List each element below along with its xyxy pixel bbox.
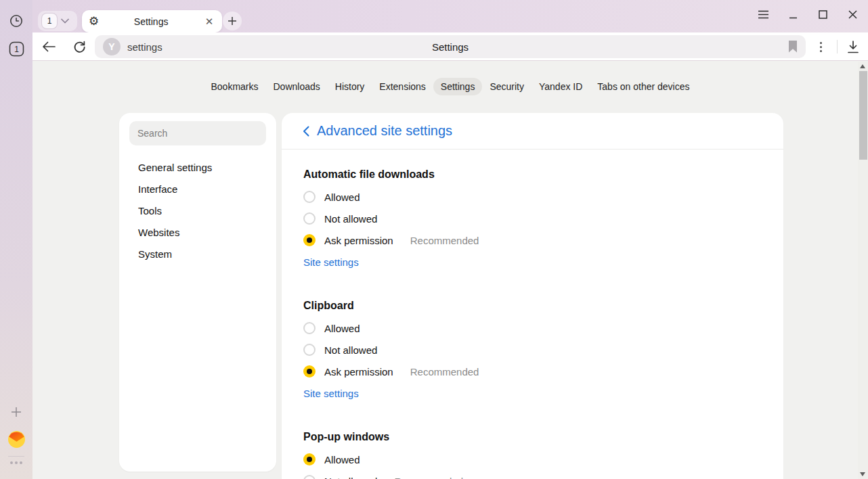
chevron-down-icon[interactable] bbox=[61, 18, 69, 24]
tab-close-icon[interactable]: ✕ bbox=[203, 16, 215, 28]
sidebar-item-tools[interactable]: Tools bbox=[119, 200, 276, 221]
search-input[interactable] bbox=[129, 121, 266, 145]
omnibox-page-title: Settings bbox=[95, 41, 806, 53]
nav-tab-security[interactable]: Security bbox=[482, 78, 531, 95]
tab-title: Settings bbox=[99, 16, 203, 27]
yandex-mail-icon[interactable] bbox=[0, 431, 32, 448]
page-title: Advanced site settings bbox=[317, 123, 452, 139]
site-settings-panel: Advanced site settings Automatic file do… bbox=[282, 113, 783, 479]
bookmark-icon[interactable] bbox=[788, 41, 798, 55]
minimize-button[interactable] bbox=[783, 4, 803, 24]
radio-option-allowed[interactable]: Allowed bbox=[303, 186, 762, 208]
menu-hamburger-icon[interactable] bbox=[753, 4, 773, 24]
url-text[interactable]: settings bbox=[127, 41, 162, 53]
radio-option-allowed[interactable]: Allowed bbox=[303, 449, 762, 470]
section-clipboard: Clipboard Allowed Not allowed Ask permis… bbox=[303, 298, 762, 401]
radio-option-not-allowed[interactable]: Not allowed Recommended bbox=[303, 470, 762, 479]
history-clock-icon[interactable] bbox=[0, 14, 32, 28]
radio-option-not-allowed[interactable]: Not allowed bbox=[303, 339, 762, 361]
toolbar-divider bbox=[837, 40, 838, 53]
nav-tab-other-devices[interactable]: Tabs on other devices bbox=[590, 78, 697, 95]
sidebar-item-websites[interactable]: Websites bbox=[119, 221, 276, 243]
back-header[interactable]: Advanced site settings bbox=[282, 113, 783, 150]
nav-tab-bookmarks[interactable]: Bookmarks bbox=[203, 78, 265, 95]
recommended-note: Recommended bbox=[410, 235, 479, 246]
radio-button[interactable] bbox=[303, 344, 316, 356]
maximize-button[interactable] bbox=[812, 4, 833, 24]
settings-nav-tabs: Bookmarks Downloads History Extensions S… bbox=[32, 77, 868, 96]
recommended-note: Recommended bbox=[394, 476, 463, 479]
close-window-button[interactable] bbox=[842, 4, 863, 24]
sidebar-item-general-settings[interactable]: General settings bbox=[119, 156, 276, 178]
gear-icon: ⚙ bbox=[89, 16, 99, 27]
section-title: Clipboard bbox=[303, 298, 762, 313]
radio-button-selected[interactable] bbox=[303, 453, 316, 465]
radio-option-not-allowed[interactable]: Not allowed bbox=[303, 208, 762, 229]
tab-group-pill[interactable]: 1 bbox=[38, 11, 77, 31]
back-icon[interactable] bbox=[39, 32, 58, 61]
nav-tab-settings[interactable]: Settings bbox=[433, 78, 483, 95]
more-options-dots-icon[interactable] bbox=[0, 461, 32, 464]
active-tab-settings[interactable]: ⚙ Settings ✕ bbox=[82, 10, 222, 32]
scroll-up-arrow-icon[interactable] bbox=[860, 64, 865, 68]
sidebar-item-system[interactable]: System bbox=[119, 243, 276, 265]
tab-count-badge[interactable]: 1 bbox=[42, 14, 57, 28]
radio-button-selected[interactable] bbox=[303, 234, 316, 246]
tab-panel-badge[interactable]: 1 bbox=[0, 41, 32, 57]
nav-tab-extensions[interactable]: Extensions bbox=[372, 78, 433, 95]
radio-option-ask-permission[interactable]: Ask permission Recommended bbox=[303, 229, 762, 251]
nav-tab-history[interactable]: History bbox=[328, 78, 372, 95]
scrollbar-thumb[interactable] bbox=[859, 71, 867, 160]
browser-side-strip: 1 bbox=[0, 0, 32, 479]
browser-toolbar: Y settings Settings bbox=[32, 32, 868, 61]
section-popup-windows: Pop-up windows Allowed Not allowed Recom… bbox=[303, 430, 762, 479]
radio-button[interactable] bbox=[303, 322, 316, 334]
svg-text:1: 1 bbox=[14, 45, 19, 54]
new-tab-button[interactable] bbox=[223, 12, 242, 30]
settings-page: Bookmarks Downloads History Extensions S… bbox=[32, 62, 868, 479]
radio-option-allowed[interactable]: Allowed bbox=[303, 317, 762, 339]
sidebar-item-interface[interactable]: Interface bbox=[119, 178, 276, 200]
radio-button[interactable] bbox=[303, 475, 316, 479]
section-title: Pop-up windows bbox=[303, 430, 762, 444]
nav-tab-yandex-id[interactable]: Yandex ID bbox=[531, 78, 590, 95]
section-automatic-file-downloads: Automatic file downloads Allowed Not all… bbox=[303, 167, 762, 270]
radio-button[interactable] bbox=[303, 191, 316, 203]
radio-button-selected[interactable] bbox=[303, 365, 316, 378]
address-bar[interactable]: Y settings Settings bbox=[95, 35, 806, 58]
tab-bar: 1 ⚙ Settings ✕ bbox=[32, 0, 868, 32]
settings-sidebar-card: General settings Interface Tools Website… bbox=[119, 113, 276, 472]
settings-menu: General settings Interface Tools Website… bbox=[119, 156, 276, 265]
nav-tab-downloads[interactable]: Downloads bbox=[266, 78, 328, 95]
kebab-menu-icon[interactable] bbox=[812, 32, 829, 61]
chevron-left-icon bbox=[303, 126, 309, 137]
download-icon[interactable] bbox=[844, 32, 863, 61]
radio-option-ask-permission[interactable]: Ask permission Recommended bbox=[303, 361, 762, 382]
recommended-note: Recommended bbox=[410, 366, 479, 378]
radio-button[interactable] bbox=[303, 212, 316, 225]
site-settings-link[interactable]: Site settings bbox=[303, 385, 359, 401]
section-title: Automatic file downloads bbox=[303, 167, 762, 182]
reload-icon[interactable] bbox=[70, 32, 89, 61]
strip-divider bbox=[8, 456, 24, 457]
sidebar-add-icon[interactable] bbox=[0, 406, 32, 418]
scroll-down-arrow-icon[interactable] bbox=[860, 472, 865, 476]
site-settings-link[interactable]: Site settings bbox=[303, 254, 359, 270]
vertical-scrollbar[interactable] bbox=[858, 62, 868, 479]
site-icon: Y bbox=[103, 38, 121, 55]
